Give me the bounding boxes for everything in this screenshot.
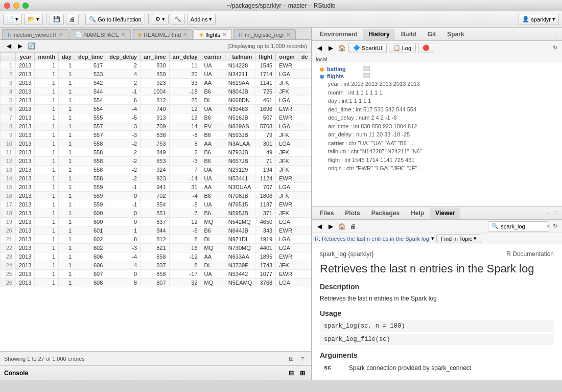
home-spark-button[interactable]: 🏠 [337, 43, 346, 53]
table-row: 252013116070858-17UAN534421077EWR [1, 270, 312, 279]
maximize-button[interactable] [22, 3, 29, 9]
tab-ml-logistic[interactable]: R ml_logistic_regr ✕ [233, 29, 296, 39]
tab-close-flights[interactable]: ✕ [222, 32, 226, 37]
tab-flights[interactable]: ◈ flights ✕ [194, 29, 232, 39]
text-cell: N971DL [225, 235, 255, 244]
col-header-dest[interactable]: de [298, 53, 311, 61]
num-cell: 4650 [255, 218, 276, 226]
tab-close-ml[interactable]: ✕ [286, 32, 290, 37]
tab-environment[interactable]: Environment [315, 29, 362, 40]
num-cell: 1 [59, 166, 75, 174]
tab-close-readme[interactable]: ✕ [183, 32, 187, 37]
tab-packages[interactable]: Packages [366, 207, 405, 219]
table-row: 26201311608880732MQN5EAMQ3768LGA [1, 279, 312, 287]
back-viewer-button[interactable]: ◀ [315, 222, 324, 231]
refresh-button[interactable]: 🔄 [27, 41, 36, 51]
col-header-arr-delay[interactable]: arr_delay [169, 53, 201, 61]
tab-help[interactable]: Help [406, 207, 429, 219]
new-file-button[interactable]: 📄 ▾ [3, 14, 22, 25]
tab-namespace[interactable]: 📄 NAMESPACE ✕ [69, 29, 131, 39]
tab-readme[interactable]: ◈ README.Rmd ✕ [132, 29, 193, 39]
save-button[interactable]: 💾 [50, 14, 64, 25]
env-item-flights-name[interactable]: flights [320, 73, 361, 79]
batting-view-icon[interactable] [363, 66, 370, 71]
spark-extra-button[interactable]: 🔴 [418, 43, 434, 53]
num-cell: 557 [75, 131, 106, 140]
maximize-console-icon[interactable]: ⊞ [298, 368, 307, 378]
print-button[interactable]: 🖨 [66, 14, 79, 25]
row-num-cell: 4 [1, 87, 16, 96]
open-file-button[interactable]: 📂 ▾ [24, 14, 43, 25]
back-button[interactable]: ◀ [4, 41, 13, 51]
row-num-cell: 5 [1, 96, 16, 105]
num-cell: 1895 [255, 252, 276, 261]
search-clear-button[interactable]: ✕ [546, 223, 550, 229]
close-button[interactable] [4, 3, 10, 9]
col-header-dep-time[interactable]: dep_time [75, 53, 106, 61]
user-button[interactable]: 👤 sparklyr ▾ [519, 14, 559, 25]
maximize-env-button[interactable]: □ [552, 31, 559, 37]
forward-spark-button[interactable]: ▶ [326, 43, 335, 53]
maximize-files-button[interactable]: □ [552, 210, 559, 216]
num-cell: 2013 [16, 218, 35, 226]
tab-spark[interactable]: Spark [442, 29, 469, 40]
text-cell: LGA [276, 96, 298, 105]
num-cell: -3 [106, 244, 140, 252]
tab-files[interactable]: Files [315, 207, 339, 219]
col-header-tailnum[interactable]: tailnum [225, 53, 255, 61]
addins-button[interactable]: Addins ▾ [187, 14, 216, 25]
refresh-viewer-button[interactable]: ↻ [551, 223, 559, 229]
env-content[interactable]: batting flights year : int 2 [312, 63, 562, 206]
tab-git[interactable]: Git [423, 29, 441, 40]
back-spark-button[interactable]: ◀ [315, 43, 324, 53]
col-header-dep-delay[interactable]: dep_delay [106, 53, 140, 61]
doc-content[interactable]: spark_log {sparklyr} R Documentation Ret… [312, 244, 562, 380]
text-cell [298, 96, 311, 105]
log-button[interactable]: 📋 Log [389, 43, 416, 53]
search-box[interactable]: 🔍 ✕ [488, 221, 549, 232]
breadcrumb-link[interactable]: R: Retrieves the last n entries in the S… [315, 236, 429, 242]
text-cell: N53442 [225, 270, 255, 279]
tab-plots[interactable]: Plots [340, 207, 365, 219]
col-header-arr-time[interactable]: arr_time [140, 53, 169, 61]
find-topic-button[interactable]: Find in Topic ▾ [436, 234, 482, 243]
grid-icon[interactable]: ⊞ [287, 354, 296, 363]
minimize-console-icon[interactable]: ⊟ [287, 368, 296, 378]
console-bar[interactable]: Console ⊟ ⊞ [0, 365, 311, 380]
go-to-file-button[interactable]: 🔍 Go to file/function [85, 14, 145, 25]
col-header-carrier[interactable]: carrier [201, 53, 225, 61]
window-controls[interactable] [4, 3, 29, 9]
minimize-env-button[interactable]: – [545, 31, 551, 37]
tab-nection-viewer[interactable]: R nection_viewer.R ✕ [2, 29, 68, 39]
col-header-flight[interactable]: flight [255, 53, 276, 61]
home-viewer-button[interactable]: 🏠 [337, 222, 346, 231]
minimize-button[interactable] [13, 3, 19, 9]
num-cell: 858 [140, 252, 169, 261]
tab-build[interactable]: Build [396, 29, 421, 40]
num-cell: 1 [106, 226, 140, 235]
build-button[interactable]: 🔨 [171, 14, 185, 25]
flights-view-icon[interactable] [363, 73, 370, 78]
minimize-files-button[interactable]: – [545, 210, 551, 216]
col-header-origin[interactable]: origin [276, 53, 298, 61]
tab-close-nection[interactable]: ✕ [59, 32, 63, 37]
forward-viewer-button[interactable]: ▶ [326, 222, 335, 231]
tab-close-namespace[interactable]: ✕ [121, 32, 125, 37]
col-header-month[interactable]: month [35, 53, 59, 61]
env-item-batting-name[interactable]: batting [320, 66, 361, 72]
num-cell: 1 [35, 235, 59, 244]
col-header-year[interactable]: year [16, 53, 35, 61]
nav-buttons: ◀ ▶ 🔄 [4, 41, 36, 51]
print-viewer-button[interactable]: 🖨 [348, 222, 358, 231]
col-header-day[interactable]: day [59, 53, 75, 61]
forward-button[interactable]: ▶ [15, 41, 25, 51]
refresh-spark-button[interactable]: ↻ [551, 44, 559, 51]
list-icon[interactable]: ≡ [298, 354, 307, 363]
tab-viewer[interactable]: Viewer [430, 207, 460, 219]
tools-button[interactable]: ⚙ ▾ [152, 14, 169, 25]
num-cell: 1 [35, 183, 59, 192]
search-input[interactable] [501, 223, 544, 229]
tab-history[interactable]: History [363, 29, 394, 40]
sparkui-button[interactable]: 🔷 SparkUI [348, 43, 387, 53]
data-table-container[interactable]: year month day dep_time dep_delay arr_ti… [0, 52, 311, 351]
